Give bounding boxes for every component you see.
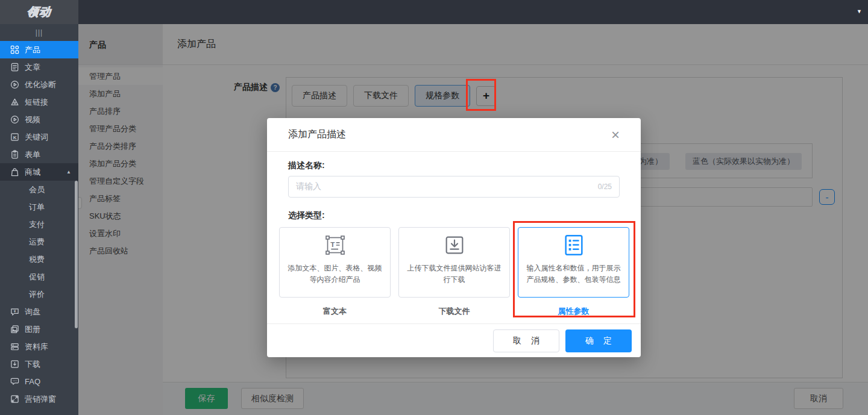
faq-icon (10, 377, 19, 386)
type-card-attribute-params[interactable]: 输入属性名和数值，用于展示产品规格、参数、包装等信息属性参数 (518, 227, 629, 317)
clipboard-icon (10, 150, 19, 159)
inquiry-icon: ¥ (10, 307, 19, 316)
sidebar-item-label: 产品 (25, 45, 40, 55)
sidebar-item-keywords[interactable]: K关键词 (0, 128, 78, 146)
sidebar-item-label: 商城 (25, 167, 40, 178)
description-name-label: 描述名称: (288, 160, 325, 171)
popup-icon (10, 395, 19, 404)
type-card-label: 下载文件 (398, 306, 510, 317)
download-file-icon (399, 228, 509, 263)
sidebar-item-label: 促销 (29, 272, 45, 282)
collapse-arrow-icon: ▲ (66, 169, 71, 175)
library-icon (10, 342, 19, 351)
sidebar-item-label: 优化诊断 (25, 80, 56, 90)
sidebar-item-label: 营销弹窗 (25, 394, 56, 405)
modal-confirm-button[interactable]: 确 定 (565, 329, 632, 352)
input-placeholder: 请输入 (296, 181, 598, 192)
type-card-description: 输入属性名和数值，用于展示产品规格、参数、包装等信息 (518, 263, 629, 286)
sidebar-item-label: 表单 (25, 149, 40, 160)
sidebar-item-label: 询盘 (25, 307, 40, 317)
modal-cancel-button[interactable]: 取 消 (493, 329, 559, 352)
sidebar-item-label: 文章 (25, 62, 40, 73)
sidebar-item-label: 短链接 (25, 97, 48, 108)
download-icon (10, 360, 19, 369)
play-icon (10, 115, 19, 124)
keyword-icon: K (10, 133, 19, 142)
logo-block: 领动 (0, 0, 78, 24)
type-card-label: 富文本 (279, 306, 391, 317)
rich-text-icon: T (280, 228, 390, 263)
sidebar-item-label: 会员 (29, 184, 45, 195)
sidebar-item-label: 视频 (25, 114, 40, 125)
sidebar-item-label: 下载 (25, 359, 40, 370)
modal-header: 添加产品描述 × (267, 118, 641, 152)
brand-logo: 领动 (27, 4, 52, 20)
sidebar-item-library[interactable]: 资料库 (0, 338, 78, 355)
modal-title: 添加产品描述 (288, 128, 346, 141)
sidebar-item-promotion[interactable]: 促销 (0, 268, 78, 286)
sidebar-item-label: 运费 (29, 237, 45, 248)
play-icon (10, 80, 19, 89)
type-card-download-file[interactable]: 上传下载文件提供网站访客进行下载下载文件 (398, 227, 510, 317)
sidebar-item-download[interactable]: 下载 (0, 355, 78, 373)
type-card-box[interactable]: T添加文本、图片、表格、视频等内容介绍产品 (279, 227, 391, 298)
sidebar-item-orders[interactable]: 订单 (0, 198, 78, 216)
sidebar-menu: 产品文章优化诊断短链接视频K关键词表单商城▲会员订单支付运费税费促销评价¥询盘图… (0, 41, 78, 408)
sidebar-item-inquiry[interactable]: ¥询盘 (0, 303, 78, 320)
type-cards: T添加文本、图片、表格、视频等内容介绍产品富文本上传下载文件提供网站访客进行下载… (279, 227, 629, 317)
sidebar-item-reviews[interactable]: 评价 (0, 286, 78, 303)
type-card-rich-text[interactable]: T添加文本、图片、表格、视频等内容介绍产品富文本 (279, 227, 391, 317)
attribute-params-icon (518, 228, 629, 263)
sidebar-item-label: 税费 (29, 254, 45, 265)
select-type-label: 选择类型: (288, 210, 325, 221)
type-card-box[interactable]: 输入属性名和数值，用于展示产品规格、参数、包装等信息 (518, 227, 629, 298)
svg-text:¥: ¥ (14, 309, 16, 313)
doc-icon (10, 63, 19, 72)
sidebar-item-members[interactable]: 会员 (0, 181, 78, 198)
svg-text:T: T (330, 240, 335, 248)
sidebar-item-articles[interactable]: 文章 (0, 58, 78, 76)
sidebar-item-shipping[interactable]: 运费 (0, 233, 78, 251)
add-description-modal: 添加产品描述 × 描述名称: 请输入 0/25 选择类型: T添加文本、图片、表… (267, 118, 641, 357)
type-card-description: 添加文本、图片、表格、视频等内容介绍产品 (280, 263, 390, 286)
sidebar-item-products[interactable]: 产品 (0, 41, 78, 58)
sidebar-item-album[interactable]: 图册 (0, 320, 78, 338)
bag-icon (10, 167, 19, 176)
sidebar: ||| 产品文章优化诊断短链接视频K关键词表单商城▲会员订单支付运费税费促销评价… (0, 24, 78, 415)
sidebar-item-label: 订单 (29, 202, 45, 213)
type-card-box[interactable]: 上传下载文件提供网站访客进行下载 (398, 227, 510, 298)
sidebar-item-label: 资料库 (25, 342, 48, 352)
sidebar-item-label: 支付 (29, 219, 45, 230)
sidebar-item-label: 评价 (29, 289, 45, 300)
sidebar-item-shortlink[interactable]: 短链接 (0, 93, 78, 111)
sidebar-item-optimization[interactable]: 优化诊断 (0, 76, 78, 93)
sidebar-item-label: 图册 (25, 324, 40, 335)
grid-icon (10, 45, 19, 54)
sidebar-item-label: 关键词 (25, 132, 48, 143)
sidebar-item-mall[interactable]: 商城▲ (0, 163, 78, 181)
sidebar-item-popup[interactable]: 营销弹窗 (0, 390, 78, 408)
close-icon[interactable]: × (611, 129, 620, 141)
description-name-input[interactable]: 请输入 0/25 (288, 176, 620, 198)
sidebar-item-tax[interactable]: 税费 (0, 251, 78, 268)
sidebar-item-payment[interactable]: 支付 (0, 216, 78, 233)
top-bar: 领动 ▼ (0, 0, 868, 24)
type-card-description: 上传下载文件提供网站访客进行下载 (399, 263, 509, 286)
sidebar-item-forms[interactable]: 表单 (0, 146, 78, 163)
sidebar-scrollbar-thumb[interactable] (75, 181, 78, 328)
type-card-label: 属性参数 (518, 306, 629, 317)
sidebar-collapse-handle[interactable]: ||| (0, 24, 78, 41)
user-menu-caret-icon[interactable]: ▼ (857, 8, 862, 14)
svg-text:K: K (13, 135, 17, 140)
sidebar-item-label: FAQ (25, 377, 40, 386)
shortlink-icon (10, 98, 19, 107)
modal-footer: 取 消 确 定 (267, 323, 641, 357)
sidebar-item-faq[interactable]: FAQ (0, 373, 78, 390)
album-icon (10, 325, 19, 334)
char-counter: 0/25 (598, 183, 612, 191)
sidebar-item-video[interactable]: 视频 (0, 111, 78, 128)
